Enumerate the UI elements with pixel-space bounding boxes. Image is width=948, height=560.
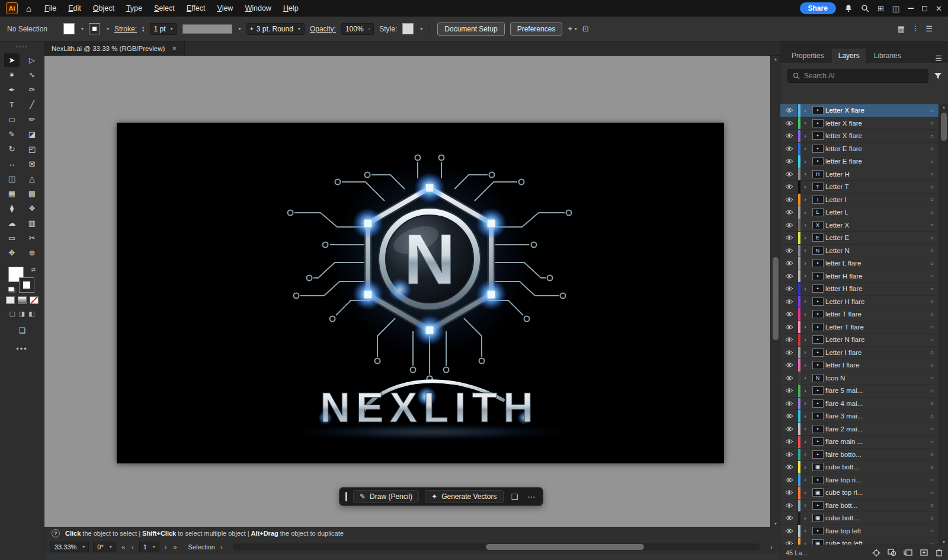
layer-row[interactable]: ›XLetter X○	[780, 219, 939, 232]
layer-thumbnail[interactable]: •	[810, 157, 825, 165]
last-artboard-icon[interactable]: »	[172, 543, 178, 551]
stroke-color-swatch[interactable]	[89, 23, 100, 34]
expand-chevron-icon[interactable]: ›	[800, 286, 810, 292]
layer-row[interactable]: ›•flare 5 mai...○	[780, 385, 939, 398]
draw-inside-icon[interactable]: ◧	[28, 310, 34, 318]
expand-chevron-icon[interactable]: ›	[800, 540, 810, 545]
layer-row[interactable]: ›•Letter X flare○	[780, 104, 939, 117]
expand-chevron-icon[interactable]: ›	[800, 476, 810, 483]
visibility-eye-icon[interactable]	[780, 449, 798, 461]
artboard[interactable]: N NEXLITH	[117, 123, 724, 463]
horizontal-scrollbar[interactable]	[233, 543, 761, 551]
next-artboard-icon[interactable]: ›	[164, 543, 168, 551]
stroke-dropdown-icon[interactable]: ▾	[107, 26, 109, 31]
visibility-eye-icon[interactable]	[780, 219, 798, 232]
expand-chevron-icon[interactable]: ›	[800, 209, 810, 216]
workspace-grid-icon[interactable]: ▦	[898, 24, 905, 34]
layer-thumbnail[interactable]: •	[810, 399, 825, 408]
layer-name[interactable]: flare 5 mai...	[825, 387, 925, 394]
expand-chevron-icon[interactable]: ›	[800, 171, 810, 177]
layer-target-icon[interactable]: ○	[925, 425, 939, 432]
fill-dropdown-icon[interactable]: ▾	[81, 26, 84, 31]
layer-name[interactable]: letter E flare	[825, 158, 925, 165]
layer-thumbnail[interactable]: N	[810, 247, 825, 255]
arrange-documents-icon[interactable]: ⊞	[877, 4, 884, 13]
layer-target-icon[interactable]: ○	[925, 489, 939, 496]
panel-menu-icon[interactable]: ☰	[925, 24, 933, 34]
layer-row[interactable]: ›•Letter H flare○	[780, 296, 939, 309]
expand-chevron-icon[interactable]: ›	[800, 527, 810, 534]
visibility-eye-icon[interactable]	[780, 372, 798, 385]
tool-pen-icon[interactable]: ✒	[4, 83, 20, 97]
layer-row[interactable]: ›NLetter N○	[780, 245, 939, 258]
visibility-eye-icon[interactable]	[780, 296, 798, 308]
scroll-up-icon[interactable]: ▲	[771, 57, 780, 61]
layer-row[interactable]: ›•letter H flare○	[780, 283, 939, 296]
menu-window[interactable]: Window	[245, 4, 271, 12]
fill-stroke-control[interactable]: ⇄	[8, 267, 36, 293]
layer-name[interactable]: Letter N flare	[825, 336, 925, 343]
layer-thumbnail[interactable]: •	[810, 361, 825, 369]
tool-paintbrush-icon[interactable]: ✏	[24, 113, 40, 126]
snap-options-icon[interactable]: ⌖▾	[568, 24, 577, 34]
tool-selection-icon[interactable]: ➤	[4, 53, 20, 67]
layer-name[interactable]: Letter I flare	[825, 349, 925, 356]
layer-name[interactable]: flare top left	[825, 527, 925, 535]
layer-name[interactable]: letter L flare	[825, 260, 925, 267]
layer-target-icon[interactable]: ○	[925, 286, 939, 292]
tool-rotate-icon[interactable]: ↻	[4, 142, 20, 156]
expand-chevron-icon[interactable]: ›	[800, 133, 810, 139]
layer-name[interactable]: Letter L	[825, 209, 925, 216]
menu-type[interactable]: Type	[126, 4, 142, 12]
layer-thumbnail[interactable]: L	[810, 208, 825, 216]
tool-pencil-icon[interactable]: ✎	[4, 127, 20, 141]
illustrator-logo-icon[interactable]: Ai	[6, 2, 18, 14]
close-button[interactable]: ✕	[936, 4, 942, 13]
tool-type-icon[interactable]: T	[4, 98, 20, 111]
layer-target-icon[interactable]: ○	[925, 311, 939, 318]
layer-row[interactable]: ›LLetter L○	[780, 206, 939, 219]
layer-thumbnail[interactable]: •	[810, 412, 825, 420]
draw-behind-icon[interactable]: ◨	[19, 310, 25, 318]
variable-width-profile-dropdown[interactable]: •3 pt. Round▾	[246, 23, 305, 35]
expand-chevron-icon[interactable]: ›	[800, 362, 810, 369]
artboard-number-field[interactable]: 1▾	[139, 542, 159, 552]
layer-thumbnail[interactable]: •	[810, 310, 825, 318]
expand-chevron-icon[interactable]: ›	[800, 413, 810, 420]
layer-target-icon[interactable]: ○	[925, 209, 939, 216]
layer-name[interactable]: Letter N	[825, 247, 925, 254]
expand-chevron-icon[interactable]: ›	[800, 311, 810, 318]
layer-target-icon[interactable]: ○	[925, 502, 939, 508]
locate-object-icon[interactable]	[872, 549, 880, 557]
brush-dropdown-icon[interactable]: ▾	[239, 26, 241, 31]
layer-thumbnail[interactable]: •	[810, 132, 825, 140]
layer-row[interactable]: ›•flare 2 mai...○	[780, 423, 939, 436]
hscroll-right-icon[interactable]: ›	[769, 543, 774, 551]
layer-thumbnail[interactable]: E	[810, 233, 825, 242]
visibility-eye-icon[interactable]	[780, 334, 798, 346]
visibility-eye-icon[interactable]	[780, 143, 798, 155]
visibility-eye-icon[interactable]	[780, 525, 798, 537]
layer-thumbnail[interactable]: T	[810, 183, 825, 191]
layer-target-icon[interactable]: ○	[925, 362, 939, 369]
layer-target-icon[interactable]: ○	[925, 222, 939, 228]
layer-row[interactable]: ›•Letter I flare○	[780, 347, 939, 360]
tool-eraser-icon[interactable]: ◪	[24, 127, 40, 141]
previous-artboard-icon[interactable]: ‹	[130, 543, 135, 551]
style-dropdown-icon[interactable]: ▾	[420, 26, 422, 31]
layer-name[interactable]: cube bott...	[825, 514, 925, 521]
layer-name[interactable]: falre botto...	[825, 451, 925, 458]
layer-row[interactable]: ›ILetter I○	[780, 194, 939, 207]
expand-chevron-icon[interactable]: ›	[800, 451, 810, 457]
layer-name[interactable]: flare top ri...	[825, 476, 925, 484]
layer-target-icon[interactable]: ○	[925, 349, 939, 356]
tool-blend-icon[interactable]: ❖	[24, 201, 40, 215]
expand-chevron-icon[interactable]: ›	[800, 324, 810, 330]
zoom-level-dropdown[interactable]: 33.33%▾	[50, 542, 89, 552]
menu-edit[interactable]: Edit	[68, 4, 81, 12]
layer-row[interactable]: ›•flare 4 mai...○	[780, 398, 939, 411]
expand-chevron-icon[interactable]: ›	[800, 388, 810, 394]
tool-direct-selection-icon[interactable]: ▷	[24, 53, 40, 67]
tool-shape-builder-icon[interactable]: ◫	[4, 172, 20, 185]
layer-target-icon[interactable]: ○	[925, 235, 939, 241]
